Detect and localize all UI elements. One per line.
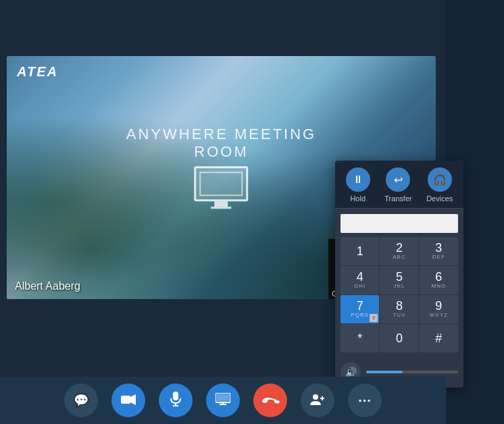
dial-sub-7: PQRS: [351, 312, 369, 319]
svg-point-9: [313, 394, 318, 400]
video-button[interactable]: [111, 383, 145, 417]
dial-key-8[interactable]: 8 TUV: [380, 295, 418, 323]
control-bar: 💬: [0, 377, 446, 424]
dial-key-0[interactable]: 0: [380, 324, 418, 352]
screen-share-icon: [216, 393, 230, 408]
dial-key-7[interactable]: 7 PQRS 7: [341, 295, 379, 323]
dial-num-star: *: [357, 332, 362, 344]
chat-icon: 💬: [74, 393, 89, 408]
monitor-inner: [200, 171, 243, 196]
volume-fill: [366, 371, 403, 373]
dialpad-display[interactable]: [341, 214, 458, 233]
dialpad-popup: ⏸ Hold ↩ Transfer 🎧 Devices 1 2 ABC 3 DE…: [335, 161, 463, 388]
monitor-icon: [195, 166, 249, 207]
dial-num-hash: #: [435, 332, 442, 344]
hangup-button[interactable]: [247, 377, 295, 424]
dial-num-2: 2: [396, 242, 403, 254]
more-button[interactable]: ···: [348, 383, 382, 417]
meeting-room-text: ANYWHERE MEETING ROOM: [114, 126, 329, 161]
dial-num-8: 8: [396, 300, 403, 312]
mic-button[interactable]: [159, 383, 193, 417]
add-people-button[interactable]: [301, 383, 334, 417]
dial-num-3: 3: [435, 242, 442, 254]
hold-label: Hold: [350, 194, 366, 203]
dial-key-3[interactable]: 3 DEF: [420, 237, 458, 265]
dial-sub-6: MNO: [431, 283, 446, 290]
dial-sub-9: WXYZ: [430, 312, 448, 319]
dial-num-1: 1: [357, 245, 363, 257]
phone-icon: [259, 389, 282, 413]
hold-button[interactable]: ⏸ Hold: [341, 167, 376, 203]
svg-rect-6: [217, 394, 229, 401]
transfer-icon: ↩: [386, 167, 410, 192]
volume-slider[interactable]: [366, 371, 458, 373]
dialpad-grid: 1 2 ABC 3 DEF 4 GHI 5 JKL 6 MNO 7 PQRS 7: [335, 237, 463, 358]
dial-num-7: 7: [357, 300, 363, 312]
dial-key-star[interactable]: *: [341, 324, 379, 352]
dial-key-4[interactable]: 4 GHI: [341, 266, 379, 294]
hold-icon: ⏸: [346, 167, 370, 192]
monitor-screen-shape: [195, 166, 249, 201]
dial-key-hash[interactable]: #: [420, 324, 458, 352]
dial-key-6[interactable]: 6 MNO: [420, 266, 458, 294]
dial-key-2[interactable]: 2 ABC: [380, 237, 418, 265]
transfer-label: Transfer: [384, 194, 412, 203]
atea-logo: ATEA: [17, 64, 58, 80]
dial-num-0: 0: [396, 332, 403, 344]
dial-sub-5: JKL: [394, 283, 405, 290]
devices-icon: 🎧: [428, 167, 452, 192]
dial-num-9: 9: [435, 300, 442, 312]
monitor-stand: [215, 201, 228, 207]
devices-button[interactable]: 🎧 Devices: [421, 167, 458, 203]
video-camera-icon: [121, 393, 136, 408]
devices-label: Devices: [426, 194, 453, 203]
add-people-icon: [310, 393, 325, 408]
dial-num-5: 5: [396, 271, 403, 283]
dial-sub-2: ABC: [393, 254, 405, 261]
dial-sub-3: DEF: [432, 254, 445, 261]
dial-num-6: 6: [435, 271, 442, 283]
microphone-icon: [170, 392, 181, 410]
screen-share-button[interactable]: [206, 383, 240, 417]
dial-sub-8: TUV: [393, 312, 405, 319]
svg-marker-1: [130, 394, 136, 405]
svg-rect-2: [173, 392, 178, 400]
transfer-button[interactable]: ↩ Transfer: [379, 167, 418, 203]
seven-badge: 7: [370, 314, 378, 322]
dial-key-1[interactable]: 1: [341, 237, 379, 265]
dialpad-top-actions: ⏸ Hold ↩ Transfer 🎧 Devices: [335, 161, 463, 209]
chat-button[interactable]: 💬: [64, 383, 98, 417]
dial-sub-4: GHI: [354, 283, 366, 290]
dial-key-5[interactable]: 5 JKL: [380, 266, 418, 294]
svg-rect-0: [121, 396, 130, 404]
meeting-room-info: ANYWHERE MEETING ROOM: [114, 126, 329, 212]
dial-key-9[interactable]: 9 WXYZ: [420, 295, 458, 323]
dial-num-4: 4: [357, 271, 363, 283]
more-icon: ···: [358, 393, 372, 408]
monitor-base: [211, 207, 232, 209]
caller-name: Albert Aaberg: [15, 280, 80, 292]
